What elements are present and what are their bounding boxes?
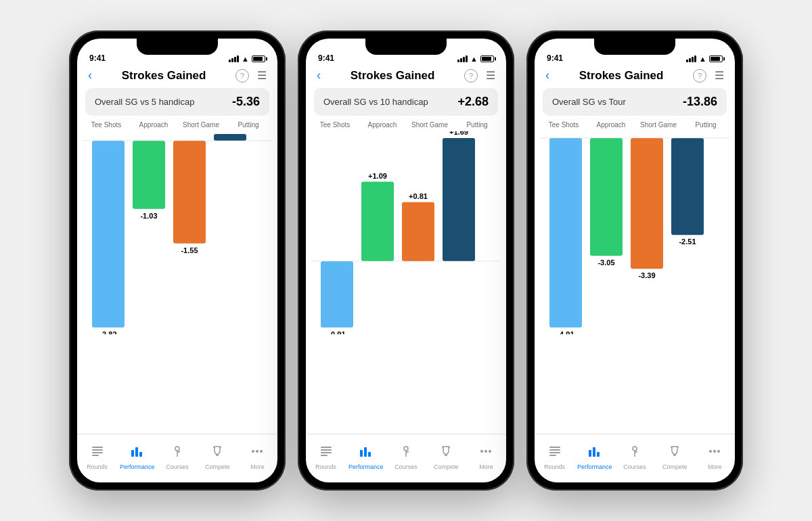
bar-2 bbox=[631, 138, 663, 269]
nav-icon-more bbox=[479, 445, 493, 461]
svg-point-23 bbox=[489, 450, 491, 453]
nav-label-compete: Compete bbox=[434, 463, 459, 470]
back-button[interactable]: ‹ bbox=[545, 68, 549, 83]
back-button[interactable]: ‹ bbox=[317, 68, 321, 83]
svg-rect-16 bbox=[321, 455, 328, 456]
svg-rect-14 bbox=[321, 449, 332, 451]
nav-label-more: More bbox=[708, 463, 722, 470]
svg-rect-1 bbox=[92, 447, 103, 448]
bar-value-3: -2.51 bbox=[679, 237, 696, 246]
bar-value-3: +1.69 bbox=[449, 131, 468, 136]
nav-label-rounds: Rounds bbox=[315, 463, 336, 470]
bar-0 bbox=[321, 261, 353, 327]
help-icon[interactable]: ? bbox=[464, 69, 478, 83]
svg-rect-27 bbox=[549, 452, 560, 453]
svg-rect-2 bbox=[92, 449, 103, 451]
nav-item-courses[interactable]: Courses bbox=[386, 445, 426, 470]
nav-icon-performance bbox=[359, 445, 373, 461]
svg-point-34 bbox=[713, 450, 716, 453]
nav-item-more[interactable]: More bbox=[695, 445, 735, 470]
nav-item-compete[interactable]: Compete bbox=[198, 445, 238, 470]
nav-item-rounds[interactable]: Rounds bbox=[306, 445, 346, 470]
bar-value-0: -4.91 bbox=[557, 330, 574, 334]
category-label-3: Putting bbox=[682, 121, 729, 129]
sg-label: Overall SG vs 10 handicap bbox=[323, 97, 428, 107]
category-labels: Tee ShotsApproachShort GamePutting bbox=[306, 121, 506, 129]
bar-0 bbox=[92, 141, 125, 327]
category-label-1: Approach bbox=[359, 121, 406, 129]
svg-point-32 bbox=[633, 447, 637, 451]
nav-label-courses: Courses bbox=[623, 463, 646, 470]
bottom-nav: Rounds Performance Courses Compe bbox=[535, 434, 735, 482]
sg-banner: Overall SG vs 5 handicap -5.36 bbox=[85, 88, 269, 116]
nav-item-performance[interactable]: Performance bbox=[574, 445, 614, 470]
category-label-0: Tee Shots bbox=[83, 121, 130, 129]
nav-item-courses[interactable]: Courses bbox=[614, 445, 654, 470]
nav-icon-compete bbox=[210, 445, 224, 461]
nav-action-icons: ? ☰ bbox=[235, 69, 267, 83]
bar-0 bbox=[549, 138, 582, 327]
chart-area: -0.91 +1.09 +0.81 +1.69 bbox=[306, 131, 506, 434]
page-title: Strokes Gained bbox=[579, 69, 664, 83]
sg-banner: Overall SG vs 10 handicap +2.68 bbox=[314, 88, 498, 116]
bar-2 bbox=[173, 141, 206, 244]
signal-icon bbox=[229, 55, 239, 62]
help-icon[interactable]: ? bbox=[693, 69, 706, 83]
filter-icon[interactable]: ☰ bbox=[257, 69, 267, 82]
nav-item-more[interactable]: More bbox=[466, 445, 506, 470]
bar-value-1: -1.03 bbox=[140, 212, 157, 220]
svg-rect-25 bbox=[549, 447, 560, 448]
nav-item-performance[interactable]: Performance bbox=[117, 445, 157, 470]
nav-label-performance: Performance bbox=[120, 463, 155, 470]
phones-container: 9:41 ▲ ‹ Strokes Gained bbox=[69, 30, 743, 491]
nav-label-courses: Courses bbox=[166, 463, 189, 470]
sg-value: -13.86 bbox=[683, 95, 717, 109]
bar-value-0: -2.82 bbox=[99, 330, 116, 334]
status-icons: ▲ bbox=[686, 55, 723, 63]
svg-rect-5 bbox=[131, 450, 134, 457]
nav-action-icons: ? ☰ bbox=[464, 69, 495, 83]
nav-item-courses[interactable]: Courses bbox=[157, 445, 197, 470]
notch bbox=[365, 39, 447, 55]
svg-rect-29 bbox=[589, 450, 591, 457]
category-label-1: Approach bbox=[587, 121, 635, 129]
nav-label-more: More bbox=[479, 463, 493, 470]
status-icons: ▲ bbox=[229, 55, 265, 63]
nav-header: ‹ Strokes Gained ? ☰ bbox=[535, 66, 735, 88]
category-label-1: Approach bbox=[130, 121, 177, 129]
chart-svg: -2.82 -1.03 -1.55 +0.04 bbox=[83, 131, 272, 334]
category-label-2: Short Game bbox=[635, 121, 682, 129]
category-label-3: Putting bbox=[453, 121, 501, 129]
help-icon[interactable]: ? bbox=[235, 69, 249, 83]
nav-item-compete[interactable]: Compete bbox=[426, 445, 466, 470]
svg-rect-28 bbox=[549, 455, 556, 456]
bar-1 bbox=[133, 141, 165, 209]
nav-label-rounds: Rounds bbox=[544, 463, 565, 470]
svg-rect-13 bbox=[321, 447, 332, 448]
filter-icon[interactable]: ☰ bbox=[486, 69, 495, 82]
nav-item-performance[interactable]: Performance bbox=[346, 445, 386, 470]
nav-label-compete: Compete bbox=[205, 463, 230, 470]
status-time: 9:41 bbox=[547, 53, 563, 63]
svg-point-22 bbox=[484, 450, 487, 453]
nav-item-rounds[interactable]: Rounds bbox=[77, 445, 117, 470]
nav-label-performance: Performance bbox=[348, 463, 384, 470]
nav-icon-more bbox=[250, 445, 264, 461]
back-button[interactable]: ‹ bbox=[88, 68, 92, 83]
status-icons: ▲ bbox=[457, 55, 494, 63]
battery-icon bbox=[252, 55, 265, 62]
category-label-2: Short Game bbox=[406, 121, 453, 129]
sg-label: Overall SG vs 5 handicap bbox=[95, 97, 194, 107]
filter-icon[interactable]: ☰ bbox=[715, 69, 724, 82]
wifi-icon: ▲ bbox=[470, 55, 478, 63]
nav-header: ‹ Strokes Gained ? ☰ bbox=[306, 66, 506, 88]
svg-rect-6 bbox=[135, 447, 138, 457]
page-title: Strokes Gained bbox=[351, 69, 435, 83]
nav-label-compete: Compete bbox=[662, 463, 687, 470]
svg-rect-18 bbox=[364, 447, 367, 457]
nav-item-rounds[interactable]: Rounds bbox=[535, 445, 574, 470]
nav-label-rounds: Rounds bbox=[87, 463, 108, 470]
nav-item-compete[interactable]: Compete bbox=[655, 445, 695, 470]
nav-item-more[interactable]: More bbox=[238, 445, 277, 470]
category-labels: Tee ShotsApproachShort GamePutting bbox=[77, 121, 277, 129]
